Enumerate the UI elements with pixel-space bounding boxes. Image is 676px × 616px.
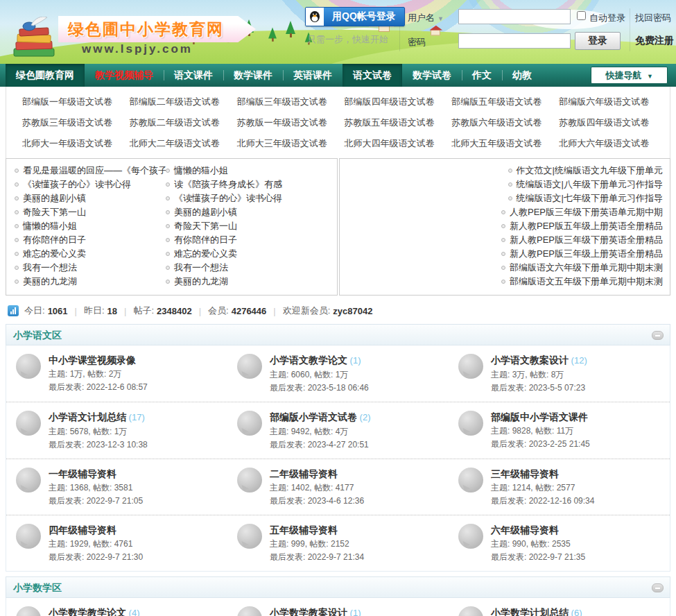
forum-last-post-link[interactable]: 最后发表: 2022-9-7 21:05 [49, 496, 143, 506]
login-button[interactable]: 登录 [575, 32, 621, 50]
forum-stats-bar: 今日:1061|昨日:18|帖子:2348402|会员:4276446|欢迎新会… [6, 296, 670, 324]
quick-nav-button[interactable]: 快捷导航 ▼ [591, 67, 668, 84]
bullet-icon [501, 224, 505, 228]
article-link[interactable]: 我有一个想法 [174, 262, 228, 273]
free-register-link[interactable]: 免费注册 [635, 35, 674, 47]
forum-title-link[interactable]: 五年级辅导资料 [270, 524, 338, 536]
article-link[interactable]: 难忘的爱心义卖 [174, 248, 237, 259]
forum-last-post-link[interactable]: 最后发表: 2022-9-7 21:34 [270, 552, 364, 562]
article-link[interactable]: 《读懂孩子的心》读书心得 [174, 193, 282, 203]
forum-last-post-link[interactable]: 最后发表: 2022-9-7 21:35 [491, 552, 585, 562]
forum-last-post-link[interactable]: 最后发表: 2023-4-6 12:36 [270, 496, 364, 506]
forum-last-post-link[interactable]: 最后发表: 2022-12-6 08:57 [49, 382, 148, 392]
forum-title-link[interactable]: 小学数学教学论文 [49, 607, 126, 616]
article-link[interactable]: 奇险天下第一山 [23, 207, 86, 217]
article-link[interactable]: 有你陪伴的日子 [174, 234, 237, 245]
article-link[interactable]: 新人教PEP版三年级上册英语全册精品 [510, 248, 663, 259]
article-link[interactable]: 奇险天下第一山 [174, 221, 237, 231]
article-link[interactable]: 读《陪孩子终身成长》有感 [174, 179, 282, 189]
article-link[interactable]: 《读懂孩子的心》读书心得 [23, 179, 131, 189]
forum-title-link[interactable]: 小学语文计划总结 [49, 411, 126, 422]
nav-item[interactable]: 英语课件 [283, 64, 343, 87]
list-item: 慵懒的猫小姐 [166, 164, 337, 178]
nav-item[interactable]: 教学视频辅导 [85, 64, 164, 87]
find-password-link[interactable]: 找回密码 [635, 12, 671, 24]
speech-bubble-icon [237, 354, 262, 379]
article-link[interactable]: 新人教PEP版三年级下册英语全册精品 [510, 234, 663, 245]
article-link[interactable]: 部编版语文六年级下册单元期中期末测 [510, 262, 663, 273]
forum-title-link[interactable]: 小学语文教学论文 [270, 354, 347, 366]
forum-title-link[interactable]: 小学数学计划总结 [491, 607, 569, 616]
forum-last-post-link[interactable]: 最后发表: 2023-2-25 21:45 [491, 439, 590, 449]
subnav-link[interactable]: 苏教版二年级语文试卷 [123, 112, 231, 133]
subnav-link[interactable]: 苏教版四年级语文试卷 [553, 112, 660, 133]
article-link[interactable]: 统编版语文|七年级下册单元习作指导 [517, 193, 663, 203]
article-link[interactable]: 难忘的爱心义卖 [23, 248, 86, 259]
password-input[interactable] [458, 33, 571, 49]
subnav-link[interactable]: 部编版六年级语文试卷 [553, 92, 660, 112]
article-link[interactable]: 新人教PEP版五年级上册英语全册精品 [510, 221, 663, 231]
nav-item[interactable]: 作文 [462, 64, 502, 87]
subnav-link[interactable]: 苏教版一年级语文试卷 [231, 112, 338, 133]
article-link[interactable]: 慵懒的猫小姐 [174, 165, 228, 176]
subnav-link[interactable]: 部编版三年级语文试卷 [231, 92, 338, 112]
subnav-link[interactable]: 部编版一年级语文试卷 [16, 92, 123, 112]
subnav-link[interactable]: 部编版二年级语文试卷 [123, 92, 231, 112]
subnav-link[interactable]: 北师大一年级语文试卷 [16, 133, 123, 154]
username-input[interactable] [458, 9, 571, 24]
subnav-link[interactable]: 北师大六年级语文试卷 [553, 133, 660, 154]
article-link[interactable]: 部编版语文五年级下册单元期中期末测 [510, 276, 663, 286]
forum-title-link[interactable]: 一年级辅导资料 [49, 468, 116, 479]
chevron-down-icon[interactable]: ▼ [437, 15, 444, 22]
subnav-link[interactable]: 苏教版五年级语文试卷 [338, 112, 445, 133]
subnav-link[interactable]: 部编版四年级语文试卷 [338, 92, 445, 112]
forum-title-link[interactable]: 四年级辅导资料 [49, 524, 116, 536]
subnav-link[interactable]: 北师大五年级语文试卷 [445, 133, 553, 154]
forum-last-post-link[interactable]: 最后发表: 2023-5-18 06:46 [270, 383, 369, 393]
forum-title-link[interactable]: 二年级辅导资料 [270, 468, 338, 479]
collapse-button[interactable] [652, 331, 664, 340]
article-link[interactable]: 美丽的越剧小镇 [174, 207, 237, 217]
stat-label: 帖子: [133, 305, 154, 317]
article-link[interactable]: 慵懒的猫小姐 [23, 221, 77, 231]
article-link[interactable]: 我有一个想法 [23, 262, 77, 273]
forum-topic-stats: 主题: 5678, 帖数: 1万 [49, 426, 148, 438]
nav-item[interactable]: 数学试卷 [402, 64, 462, 87]
auto-login-checkbox[interactable] [577, 11, 586, 20]
article-link[interactable]: 有你陪伴的日子 [23, 234, 86, 245]
subnav-link[interactable]: 苏教版三年级语文试卷 [16, 112, 123, 133]
article-link[interactable]: 作文范文|统编版语文九年级下册单元 [517, 165, 663, 176]
subnav-link[interactable]: 北师大四年级语文试卷 [338, 133, 445, 154]
forum-last-post-link[interactable]: 最后发表: 2022-12-16 09:34 [491, 496, 594, 506]
article-link[interactable]: 人教PEP版三年级下册英语单元期中期 [510, 207, 663, 217]
forum-last-post-link[interactable]: 最后发表: 2022-9-7 21:30 [49, 552, 143, 562]
subnav-link[interactable]: 北师大二年级语文试卷 [123, 133, 231, 154]
nav-item[interactable]: 绿色圃教育网 [6, 64, 85, 87]
header-divider [630, 8, 630, 51]
article-link[interactable]: 美丽的九龙湖 [23, 276, 77, 286]
forum-title-link[interactable]: 部编版中小学语文课件 [491, 411, 588, 422]
bullet-icon [15, 224, 19, 228]
forum-title-link[interactable]: 六年级辅导资料 [491, 524, 559, 536]
article-link[interactable]: 统编版语文|八年级下册单元习作指导 [517, 179, 663, 189]
forum-title-link[interactable]: 小学数学教案设计 [270, 607, 347, 616]
forum-title-link[interactable]: 三年级辅导资料 [491, 468, 559, 479]
forum-title-link[interactable]: 小学语文教案设计 [491, 354, 569, 366]
nav-item[interactable]: 数学课件 [223, 64, 283, 87]
forum-title-link[interactable]: 中小学课堂视频录像 [49, 354, 136, 366]
forum-last-post-link[interactable]: 最后发表: 2023-4-27 20:51 [270, 440, 369, 450]
collapse-button[interactable] [652, 583, 664, 592]
nav-item[interactable]: 语文试卷 [343, 64, 402, 87]
article-link[interactable]: 美丽的九龙湖 [174, 276, 228, 286]
qq-login-button[interactable]: 用QQ帐号登录 [305, 7, 405, 26]
article-link[interactable]: 美丽的越剧小镇 [23, 193, 86, 203]
forum-last-post-link[interactable]: 最后发表: 2023-5-5 07:23 [491, 383, 585, 393]
nav-item[interactable]: 幼教 [502, 64, 542, 87]
nav-item[interactable]: 语文课件 [164, 64, 223, 87]
subnav-link[interactable]: 部编版五年级语文试卷 [445, 92, 553, 112]
subnav-link[interactable]: 北师大三年级语文试卷 [231, 133, 338, 154]
article-link[interactable]: 看见是最温暖的回应——《每个孩子都 [23, 165, 166, 176]
subnav-link[interactable]: 苏教版六年级语文试卷 [445, 112, 553, 133]
forum-title-link[interactable]: 部编版小学语文试卷 [270, 411, 357, 422]
forum-last-post-link[interactable]: 最后发表: 2023-12-3 10:38 [49, 440, 148, 450]
